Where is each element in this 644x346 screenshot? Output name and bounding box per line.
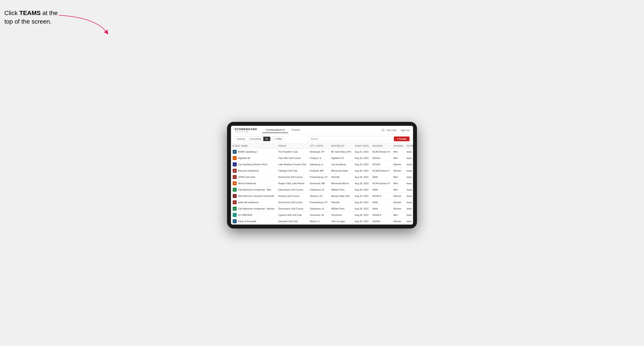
filter-all-btn[interactable]: All <box>263 137 270 141</box>
cell-division: NCAA Division II <box>371 168 392 174</box>
cell-city-state: Oskaloosa, IA <box>308 206 330 212</box>
table-row: F Fall Statesmen Invitational - Men Edmu… <box>231 187 413 193</box>
table-header-row: EVENT NAME VENUE CITY, STATE HOSTED BY S… <box>231 144 413 149</box>
tab-tournaments[interactable]: TOURNAMENTS <box>262 127 288 133</box>
table-row: C Carl Sandburg Women FA23 Lake Bracken … <box>231 161 413 168</box>
cell-division: NAIA <box>371 199 392 206</box>
cell-venue: Faribault Golf Club <box>276 168 308 174</box>
cell-division: NICAA II <box>371 212 392 218</box>
logo-title: SCOREBOARD <box>234 128 257 131</box>
cell-hosted-by: Pikeville <box>330 174 353 180</box>
cell-division: NAIA <box>371 206 392 212</box>
cell-venue: Lake Bracken Country Club <box>276 161 308 168</box>
cell-event-name: F Fall Statesmen Invitational - Women <box>231 206 276 212</box>
event-name-text: UPIKE Fall Invite <box>238 176 255 178</box>
event-name-text: 2023 Women's Hesston Fall Kickoff <box>238 195 274 197</box>
search-input[interactable] <box>308 136 391 142</box>
filter-competing-btn[interactable]: Competing <box>247 137 263 141</box>
team-logo: F <box>233 207 237 211</box>
table-row: K Klash at Kokopelli Kokopelli Golf Club… <box>231 218 413 225</box>
cell-event-name: H Highland 36 <box>231 155 276 161</box>
cell-gender: Men <box>392 174 405 180</box>
event-name-text: Fall Statesmen Invitational - Men <box>238 188 271 191</box>
filter-label: Filter <box>277 138 282 140</box>
cell-city-state: Prestonsburg, KY <box>308 199 330 206</box>
table-row: M MSMC Qualifying 1 The Powelton Club Ne… <box>231 149 413 155</box>
tab-teams[interactable]: TEAMS <box>288 127 303 133</box>
cell-division: NICAA I <box>371 218 392 225</box>
cell-start-date: Aug 28, 2023 <box>353 168 371 174</box>
nav-tabs: TOURNAMENTS TEAMS <box>262 127 381 133</box>
cell-city-state: Prestonsburg, KY <box>308 174 330 180</box>
cell-hosted-by: Highland CC <box>330 155 353 161</box>
cell-hosted-by: Vincennes <box>330 212 353 218</box>
event-name-text: Klash at Kokopelli <box>238 220 256 223</box>
cell-venue: Kokopelli Golf Club <box>276 218 308 225</box>
cell-scoring: team, Stroke Play <box>405 168 413 174</box>
col-start-date: START DATE <box>353 144 371 149</box>
tournaments-table-wrapper: EVENT NAME VENUE CITY, STATE HOSTED BY S… <box>231 144 413 225</box>
team-logo: K <box>233 219 237 223</box>
table-row: M Morris Invitational Rutger's Bay Lake … <box>231 180 413 187</box>
search-container <box>308 136 391 142</box>
event-name-text: VU PREVIEW <box>238 214 252 216</box>
cell-hosted-by: Carl Sandburg <box>330 161 353 168</box>
cell-start-date: Aug 25, 2023 <box>353 155 371 161</box>
cell-scoring: team, Stroke Play <box>405 218 413 225</box>
team-logo: C <box>233 163 237 166</box>
cell-scoring: team, Stroke Play <box>405 149 413 155</box>
team-logo: M <box>233 181 237 185</box>
cell-hosted-by: Murray State (OK) <box>330 193 353 199</box>
event-name-text: upike fall invitational <box>238 201 258 204</box>
cell-hosted-by: John A Logan <box>330 218 353 225</box>
settings-icon[interactable] <box>381 128 385 132</box>
cell-event-name: M Morris Invitational <box>231 180 276 187</box>
event-name-text: Fall Statesmen Invitational - Women <box>238 207 275 210</box>
cell-city-state: Faribault, MN <box>308 168 330 174</box>
filter-icon-button[interactable]: ≡ Filter <box>272 137 285 141</box>
cell-hosted-by: Pikeville <box>330 199 353 206</box>
cell-gender: Women <box>392 199 405 206</box>
cell-event-name: U UPIKE Fall Invite <box>231 174 276 180</box>
cell-venue: Cypress Hills Golf Club <box>276 212 308 218</box>
user-label: Test User <box>386 129 396 132</box>
cell-start-date: Aug 28, 2023 <box>353 180 371 187</box>
sign-out-link[interactable]: Sign out <box>401 129 410 132</box>
cell-scoring: team, Stroke Play <box>405 193 413 199</box>
col-hosted-by: HOSTED BY <box>330 144 353 149</box>
cell-gender: Men <box>392 212 405 218</box>
table-row: U upike fall invitational StoneCrest Gol… <box>231 199 413 206</box>
cell-venue: StoneCrest Golf Course <box>276 199 308 206</box>
cell-division: NCAA Division III <box>371 149 392 155</box>
create-button[interactable]: + Create <box>394 137 410 141</box>
cell-division: NICAA I <box>371 161 392 168</box>
cell-gender: Women <box>392 218 405 225</box>
table-row: H Highland 36 Park Hills Golf Course Fre… <box>231 155 413 161</box>
col-event-name: EVENT NAME <box>231 144 276 149</box>
team-logo: H <box>233 156 237 160</box>
cell-event-name: C Carl Sandburg Women FA23 <box>231 161 276 168</box>
cell-venue: Park Hills Golf Course <box>276 155 308 161</box>
cell-venue: Rutger's Bay Lake Resort <box>276 180 308 187</box>
cell-event-name: F Fall Statesmen Invitational - Men <box>231 187 276 193</box>
cell-city-state: Vincennes, IN <box>308 212 330 218</box>
cell-venue: Edmundson Golf Course <box>276 206 308 212</box>
cell-gender: Women <box>392 161 405 168</box>
table-row: U UPIKE Fall Invite StoneCrest Golf Cour… <box>231 174 413 180</box>
col-division: DIVISION <box>371 144 392 149</box>
cell-start-date: Aug 28, 2023 <box>353 193 371 199</box>
cell-city-state: Oskaloosa, IA <box>308 187 330 193</box>
cell-gender: Men <box>392 180 405 187</box>
cell-scoring: team, Stroke Play <box>405 212 413 218</box>
instruction-highlight: TEAMS <box>19 9 40 16</box>
cell-gender: Women <box>392 168 405 174</box>
filter-hosting-btn[interactable]: Hosting <box>235 137 247 141</box>
cell-venue: The Powelton Club <box>276 149 308 155</box>
team-logo: F <box>233 188 237 192</box>
logo-area: SCOREBOARD Powered by Clippi <box>234 128 257 133</box>
cell-gender: Women <box>392 206 405 212</box>
col-venue: VENUE <box>276 144 308 149</box>
cell-scoring: team, Stroke Play <box>405 180 413 187</box>
instruction-prefix: Click <box>4 9 19 16</box>
team-logo: 2 <box>233 194 237 198</box>
